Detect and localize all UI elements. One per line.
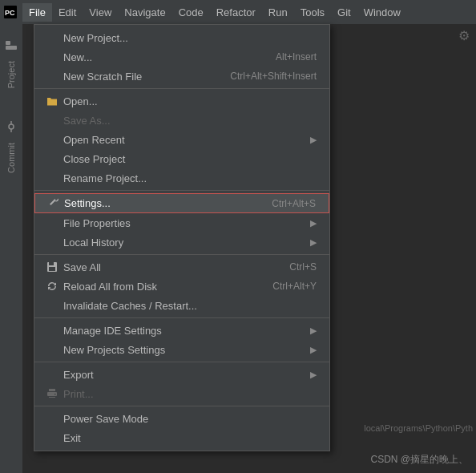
menu-item-new-scratch[interactable]: New Scratch FileCtrl+Alt+Shift+Insert — [34, 67, 329, 86]
menu-item-save-as: Save As... — [34, 111, 329, 130]
file-dropdown-menu: New Project...New...Alt+InsertNew Scratc… — [34, 24, 330, 451]
menu-bar: PC File Edit View Navigate Code Refactor… — [0, 0, 476, 24]
menu-item-local-history[interactable]: Local History▶ — [34, 232, 329, 252]
settings-gear-icon[interactable]: ⚙ — [458, 28, 470, 43]
right-content-area: ⚙ local\Programs\Python\Pyth — [337, 24, 476, 473]
menu-item-label-settings: Settings... — [64, 197, 256, 209]
menu-item-print: Print... — [34, 384, 329, 403]
menu-item-settings[interactable]: Settings...Ctrl+Alt+S — [34, 193, 329, 213]
menu-item-label-save-as: Save As... — [63, 115, 317, 127]
menu-separator — [34, 88, 329, 89]
sidebar: Project Commit — [0, 24, 22, 473]
menu-item-arrow-manage-ide: ▶ — [310, 325, 317, 336]
menu-tools[interactable]: Tools — [294, 3, 331, 22]
print-icon — [44, 388, 60, 399]
menu-item-label-new: New... — [63, 51, 260, 63]
menu-code[interactable]: Code — [172, 3, 210, 22]
wrench-icon — [45, 198, 61, 209]
folder-icon — [44, 96, 60, 106]
menu-item-arrow-export: ▶ — [310, 370, 317, 380]
menu-item-label-new-projects-settings: New Projects Settings — [63, 344, 310, 356]
svg-point-4 — [9, 124, 14, 129]
menu-item-arrow-local-history: ▶ — [310, 237, 317, 248]
menu-item-label-invalidate: Invalidate Caches / Restart... — [63, 300, 317, 312]
menu-item-shortcut-new-scratch: Ctrl+Alt+Shift+Insert — [230, 71, 317, 82]
sidebar-icon-project[interactable] — [2, 35, 21, 55]
menu-item-manage-ide[interactable]: Manage IDE Settings▶ — [34, 321, 329, 340]
menu-item-open[interactable]: Open... — [34, 91, 329, 111]
menu-item-save-all[interactable]: Save AllCtrl+S — [34, 257, 329, 277]
save-icon — [44, 261, 60, 273]
path-text: local\Programs\Python\Pyth — [364, 423, 473, 433]
menu-item-label-export: Export — [63, 369, 310, 381]
menu-separator — [34, 406, 329, 406]
svg-rect-10 — [49, 389, 55, 391]
svg-rect-14 — [49, 398, 55, 398]
sidebar-commit-label: Commit — [6, 143, 16, 173]
menu-edit[interactable]: Edit — [52, 3, 83, 22]
menu-item-rename-project[interactable]: Rename Project... — [34, 168, 329, 188]
watermark-text: CSDN @摘星的晚上、 — [370, 453, 468, 467]
menu-item-label-reload: Reload All from Disk — [63, 281, 256, 293]
menu-item-label-new-scratch: New Scratch File — [63, 71, 214, 83]
menu-item-open-recent[interactable]: Open Recent▶ — [34, 130, 329, 149]
menu-separator — [34, 254, 329, 255]
menu-item-label-local-history: Local History — [63, 236, 310, 249]
menu-item-new-projects-settings[interactable]: New Projects Settings▶ — [34, 340, 329, 359]
svg-rect-8 — [49, 262, 54, 265]
svg-rect-13 — [49, 396, 55, 397]
menu-item-close-project[interactable]: Close Project — [34, 149, 329, 168]
menu-item-label-manage-ide: Manage IDE Settings — [63, 325, 310, 337]
menu-view[interactable]: View — [83, 3, 118, 22]
svg-rect-3 — [6, 46, 17, 50]
menu-run[interactable]: Run — [262, 3, 294, 22]
menu-item-arrow-file-properties: ▶ — [310, 218, 317, 228]
menu-item-label-rename-project: Rename Project... — [63, 172, 317, 184]
svg-rect-2 — [6, 41, 10, 45]
menu-item-label-new-project: New Project... — [63, 32, 317, 44]
reload-icon — [44, 281, 60, 292]
sidebar-project-label: Project — [6, 61, 16, 88]
menu-separator — [34, 190, 329, 191]
svg-rect-9 — [49, 267, 55, 271]
menu-item-shortcut-save-all: Ctrl+S — [289, 261, 317, 273]
svg-text:PC: PC — [5, 9, 15, 17]
menu-item-new-project[interactable]: New Project... — [34, 28, 329, 47]
menu-item-file-properties[interactable]: File Properties▶ — [34, 213, 329, 232]
menu-window[interactable]: Window — [357, 3, 407, 22]
menu-item-label-save-all: Save All — [63, 261, 273, 273]
menu-separator — [34, 317, 329, 318]
menu-item-label-close-project: Close Project — [63, 153, 317, 165]
menu-navigate[interactable]: Navigate — [118, 3, 171, 22]
menu-item-power-save[interactable]: Power Save Mode — [34, 409, 329, 428]
menu-item-label-exit: Exit — [63, 432, 317, 444]
menu-git[interactable]: Git — [331, 3, 357, 22]
menu-item-shortcut-settings: Ctrl+Alt+S — [272, 198, 316, 209]
menu-item-invalidate[interactable]: Invalidate Caches / Restart... — [34, 296, 329, 315]
menu-file[interactable]: File — [22, 3, 52, 22]
menu-item-shortcut-new: Alt+Insert — [276, 51, 317, 63]
menu-item-exit[interactable]: Exit — [34, 428, 329, 447]
menu-item-label-open: Open... — [63, 95, 317, 107]
menu-item-label-print: Print... — [63, 388, 317, 400]
menu-item-new[interactable]: New...Alt+Insert — [34, 47, 329, 67]
menu-item-label-file-properties: File Properties — [63, 217, 310, 229]
menu-item-reload[interactable]: Reload All from DiskCtrl+Alt+Y — [34, 277, 329, 296]
menu-item-arrow-new-projects-settings: ▶ — [310, 345, 317, 355]
menu-item-label-power-save: Power Save Mode — [63, 413, 317, 425]
svg-rect-15 — [54, 394, 56, 395]
menu-separator — [34, 362, 329, 362]
menu-refactor[interactable]: Refactor — [210, 3, 262, 22]
sidebar-icon-commit[interactable] — [2, 117, 21, 136]
menu-item-label-open-recent: Open Recent — [63, 134, 310, 146]
app-logo: PC — [2, 3, 19, 21]
menu-item-shortcut-reload: Ctrl+Alt+Y — [272, 281, 317, 292]
menu-item-arrow-open-recent: ▶ — [310, 135, 317, 145]
menu-item-export[interactable]: Export▶ — [34, 365, 329, 384]
